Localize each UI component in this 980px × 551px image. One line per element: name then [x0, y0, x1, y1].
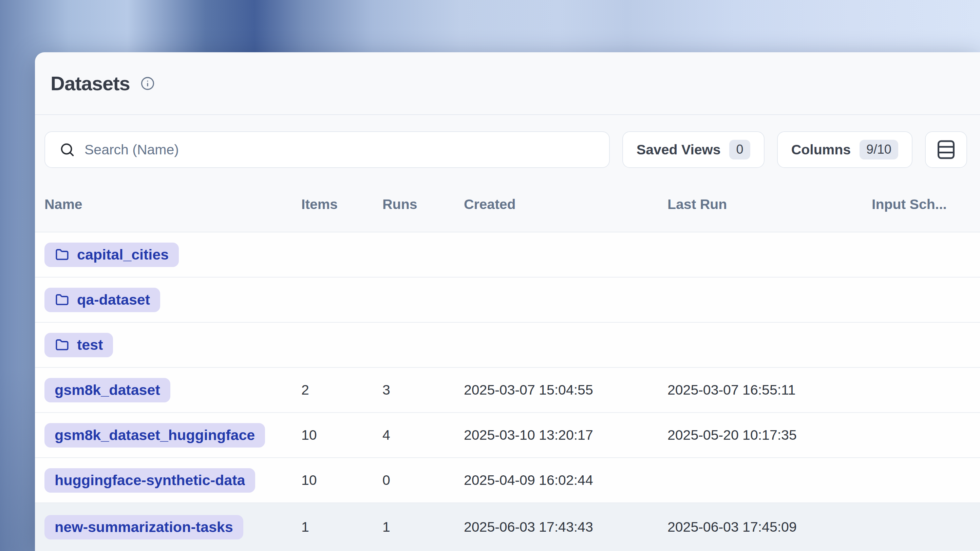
search-icon: [59, 142, 75, 157]
cell-runs: 1: [382, 519, 464, 535]
cell-last-run: 2025-06-03 17:45:09: [667, 519, 872, 535]
saved-views-button[interactable]: Saved Views 0: [622, 131, 765, 168]
cell-items: 10: [301, 472, 382, 488]
dataset-name: huggingface-synthetic-data: [55, 472, 245, 489]
folder-icon: [55, 338, 70, 352]
info-icon[interactable]: [140, 76, 155, 91]
dataset-name-badge[interactable]: gsm8k_dataset: [45, 378, 170, 402]
cell-items: 10: [301, 427, 382, 443]
search-box[interactable]: [45, 131, 610, 168]
panel-header: Datasets: [35, 52, 980, 115]
column-header-items[interactable]: Items: [301, 197, 382, 213]
search-input[interactable]: [84, 141, 602, 158]
cell-created: 2025-03-07 15:04:55: [464, 382, 667, 398]
dataset-name-badge[interactable]: huggingface-synthetic-data: [45, 468, 255, 493]
columns-button[interactable]: Columns 9/10: [777, 131, 912, 168]
cell-runs: 3: [382, 382, 464, 398]
column-header-runs[interactable]: Runs: [382, 197, 464, 213]
dataset-name: qa-dataset: [77, 291, 150, 308]
table-row-gsm8k_dataset_huggingface[interactable]: gsm8k_dataset_huggingface 10 4 2025-03-1…: [35, 413, 980, 458]
column-header-created[interactable]: Created: [464, 197, 667, 213]
column-header-last_run[interactable]: Last Run: [667, 197, 872, 213]
column-header-name[interactable]: Name: [45, 197, 301, 213]
dataset-name-badge[interactable]: new-summarization-tasks: [45, 515, 243, 540]
saved-views-label: Saved Views: [636, 142, 721, 158]
table-row-huggingface-synthetic-data[interactable]: huggingface-synthetic-data 10 0 2025-04-…: [35, 458, 980, 503]
table-row-test[interactable]: test: [35, 323, 980, 368]
dataset-name: new-summarization-tasks: [55, 519, 233, 535]
dataset-name-badge[interactable]: gsm8k_dataset_huggingface: [45, 423, 265, 448]
cell-runs: 0: [382, 472, 464, 488]
cell-last-run: 2025-05-20 10:17:35: [667, 427, 872, 443]
cell-created: 2025-03-10 13:20:17: [464, 427, 667, 443]
columns-count-badge: 9/10: [859, 140, 898, 159]
columns-label: Columns: [791, 142, 851, 158]
dataset-name-badge[interactable]: capital_cities: [45, 243, 179, 267]
dataset-name: gsm8k_dataset_huggingface: [55, 427, 255, 443]
dataset-name: gsm8k_dataset: [55, 382, 160, 398]
page-background: Datasets Saved Views 0: [0, 0, 980, 551]
table-header-row: NameItemsRunsCreatedLast RunInput Sch...: [35, 168, 980, 232]
folder-icon: [55, 293, 70, 307]
dataset-name: capital_cities: [77, 246, 169, 263]
table-row-capital_cities[interactable]: capital_cities: [35, 232, 980, 278]
table-row-new-summarization-tasks[interactable]: new-summarization-tasks 1 1 2025-06-03 1…: [35, 503, 980, 551]
cell-created: 2025-06-03 17:43:43: [464, 519, 667, 535]
table-row-qa-dataset[interactable]: qa-dataset: [35, 278, 980, 323]
info-icon-glyph: [140, 76, 155, 91]
cell-runs: 4: [382, 427, 464, 443]
dataset-name-badge[interactable]: test: [45, 333, 113, 357]
folder-icon: [55, 248, 70, 262]
dataset-name: test: [77, 337, 103, 353]
dataset-name-badge[interactable]: qa-dataset: [45, 288, 160, 312]
row-height-button[interactable]: [925, 131, 967, 168]
datasets-panel: Datasets Saved Views 0: [35, 52, 980, 551]
cell-items: 1: [301, 519, 382, 535]
cell-created: 2025-04-09 16:02:44: [464, 472, 667, 488]
cell-last-run: 2025-03-07 16:55:11: [667, 382, 872, 398]
table-body: capital_cities qa-dataset: [35, 232, 980, 551]
table-rows-icon: [937, 140, 956, 160]
cell-items: 2: [301, 382, 382, 398]
page-title: Datasets: [51, 72, 130, 95]
saved-views-count-badge: 0: [729, 140, 750, 159]
toolbar: Saved Views 0 Columns 9/10: [45, 131, 967, 168]
table-row-gsm8k_dataset[interactable]: gsm8k_dataset 2 3 2025-03-07 15:04:55 20…: [35, 368, 980, 413]
column-header-input_schema[interactable]: Input Sch...: [872, 197, 967, 213]
